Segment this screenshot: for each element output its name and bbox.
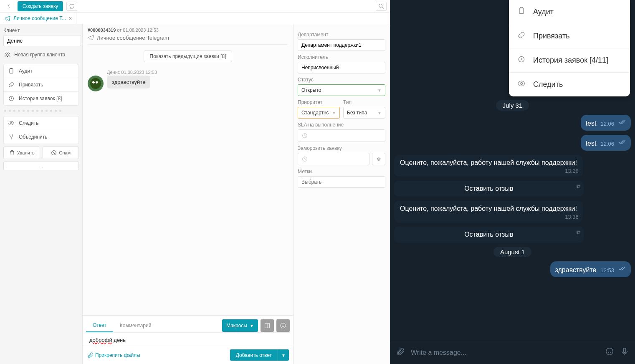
- priority-label: Приоритет: [298, 99, 340, 105]
- properties-panel: Департамент Исполнитель Статус Открыто ▼…: [293, 24, 390, 364]
- external-icon: ⧉: [577, 229, 580, 236]
- delete-button[interactable]: Удалить: [3, 147, 40, 159]
- client-input[interactable]: [3, 35, 81, 46]
- chevron-down-icon: ▼: [377, 111, 382, 115]
- tags-label: Метки: [298, 169, 385, 174]
- clock-icon: [301, 156, 308, 162]
- reply-textarea[interactable]: доброфй день: [86, 333, 290, 347]
- date-separator: July 31: [496, 100, 529, 111]
- tab-ticket[interactable]: Личное сообщение Т... ×: [0, 13, 76, 24]
- inline-button[interactable]: Оставить отзыв ⧉: [394, 227, 584, 243]
- double-check-icon: [618, 138, 626, 147]
- svg-point-13: [606, 348, 613, 355]
- link-icon: [517, 31, 526, 41]
- new-client-group[interactable]: Новая группа клиента: [3, 50, 79, 60]
- client-label: Клиент: [3, 28, 79, 33]
- tags-input[interactable]: [298, 176, 385, 188]
- message-row: здравствуйте: [88, 76, 288, 91]
- inline-button[interactable]: Оставить отзыв ⧉: [394, 181, 584, 197]
- pagination-dots: [3, 107, 79, 114]
- svg-point-1: [5, 53, 7, 54]
- double-check-icon: [618, 118, 626, 127]
- ticket-id: #0000034319: [88, 28, 116, 33]
- refresh-icon: [68, 3, 75, 10]
- tab-bar: Личное сообщение Т... ×: [0, 13, 390, 24]
- freeze-label: Заморозить заявку: [298, 145, 385, 151]
- chevron-down-icon: ▼: [250, 324, 254, 328]
- incoming-message[interactable]: Оцените, пожалуйста, работу нашей службы…: [394, 201, 583, 222]
- clipboard-icon: [517, 7, 526, 17]
- sidebar-bind[interactable]: Привязать: [4, 78, 78, 92]
- send-reply-caret[interactable]: ▼: [278, 349, 289, 361]
- sidebar-audit[interactable]: Аудит: [4, 64, 78, 78]
- back-button[interactable]: [3, 2, 14, 11]
- ticket-date-prefix: от: [117, 28, 121, 33]
- search-button[interactable]: [376, 2, 387, 11]
- assignee-input[interactable]: [298, 62, 385, 73]
- assignee-label: Исполнитель: [298, 54, 385, 60]
- telegram-input-bar: [390, 341, 635, 364]
- reply-tab-reply[interactable]: Ответ: [86, 319, 113, 332]
- search-icon: [378, 3, 385, 10]
- outgoing-message[interactable]: test 12:06: [581, 115, 631, 131]
- reply-tab-comment[interactable]: Комментарий: [113, 319, 158, 332]
- paperclip-icon: [87, 352, 94, 359]
- group-label: Новая группа клиента: [14, 52, 65, 58]
- snowflake-button[interactable]: ❄: [372, 153, 385, 165]
- attach-files-link[interactable]: Прикрепить файлы: [87, 352, 140, 359]
- department-input[interactable]: [298, 39, 385, 51]
- eye-icon: [517, 79, 526, 90]
- popup-history[interactable]: История заявок [4/11]: [509, 48, 630, 73]
- knowledge-base-button[interactable]: [261, 319, 274, 332]
- sla-label: SLA на выполнение: [298, 122, 385, 128]
- smile-icon: [280, 322, 286, 329]
- telegram-icon: [4, 15, 11, 22]
- message-author: Денис: [107, 70, 120, 75]
- freeze-input[interactable]: [298, 153, 369, 165]
- svg-point-0: [379, 4, 382, 7]
- popup-audit[interactable]: Аудит: [509, 0, 630, 24]
- emoji-button[interactable]: [605, 347, 614, 358]
- voice-button[interactable]: [620, 347, 629, 358]
- telegram-app: Аудит Привязать История заявок [4/11] Сл…: [390, 0, 635, 364]
- tab-title: Личное сообщение Т...: [13, 15, 66, 21]
- group-icon: [4, 51, 11, 58]
- attach-button[interactable]: [396, 347, 405, 358]
- trash-icon: [9, 149, 15, 156]
- show-previous-tickets-button[interactable]: Показать предыдущие заявки [8]: [144, 51, 233, 62]
- outgoing-message[interactable]: здравствуйте 12:53: [550, 261, 631, 277]
- svg-point-2: [8, 53, 10, 54]
- incoming-message[interactable]: Оцените, пожалуйста, работу нашей службы…: [394, 155, 583, 177]
- priority-select[interactable]: Стандартнс ▼: [298, 107, 340, 119]
- send-reply-button[interactable]: Добавить ответ: [230, 349, 278, 361]
- sla-input[interactable]: [298, 129, 385, 142]
- more-actions-button[interactable]: ...: [3, 162, 79, 170]
- popup-follow[interactable]: Следить: [509, 73, 630, 96]
- double-check-icon: [618, 265, 626, 274]
- sidebar-merge[interactable]: Объединить: [4, 130, 78, 144]
- svg-rect-14: [623, 348, 626, 353]
- history-icon: [8, 95, 15, 102]
- type-select[interactable]: Без типа ▼: [343, 107, 385, 119]
- refresh-button[interactable]: [66, 2, 77, 11]
- spam-button[interactable]: Спам: [43, 147, 79, 159]
- sidebar-history[interactable]: История заявок [8]: [4, 92, 78, 105]
- ticket-header: #0000034319 от 01.08.2023 12:53 Личное с…: [83, 24, 293, 46]
- svg-rect-3: [10, 69, 13, 73]
- link-icon: [8, 81, 15, 88]
- create-ticket-button[interactable]: Создать заявку: [18, 1, 63, 11]
- status-select[interactable]: Открыто ▼: [298, 84, 385, 96]
- message-input[interactable]: [411, 349, 599, 356]
- sidebar-actions-2: Следить Объединить: [3, 116, 79, 144]
- emoji-button[interactable]: [276, 319, 290, 332]
- helpdesk-app: Создать заявку Личное сообщение Т... × К…: [0, 0, 390, 364]
- message-area: Денис 01.08.2023 12:53 здравствуйте: [83, 66, 293, 315]
- snowflake-icon: ❄: [377, 156, 381, 162]
- outgoing-message[interactable]: test 12:06: [581, 135, 631, 151]
- sidebar-follow[interactable]: Следить: [4, 116, 78, 130]
- macros-button[interactable]: Макросы ▼: [222, 319, 258, 332]
- book-icon: [264, 322, 271, 329]
- type-label: Тип: [343, 99, 385, 105]
- tab-close-button[interactable]: ×: [68, 15, 72, 22]
- popup-bind[interactable]: Привязать: [509, 24, 630, 48]
